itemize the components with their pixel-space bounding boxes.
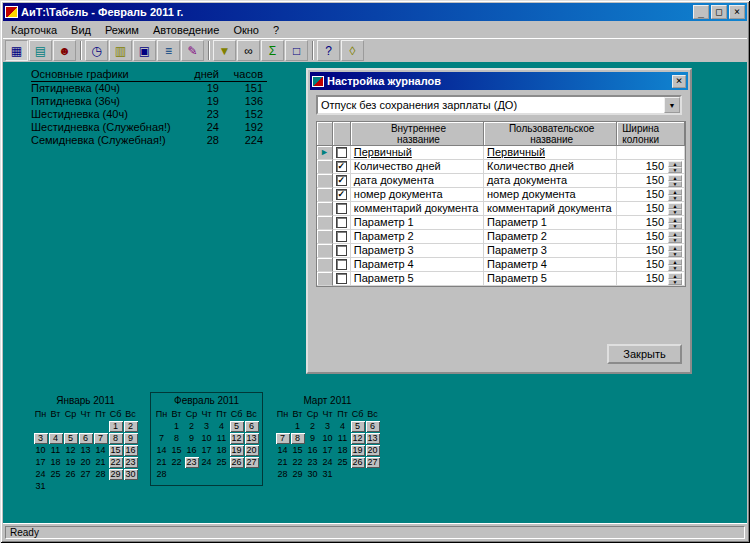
calendar-day[interactable]: 21 xyxy=(276,457,290,468)
calendar-day[interactable]: 28 xyxy=(276,469,290,480)
calendar-day[interactable]: 4 xyxy=(49,433,63,444)
calendar-day[interactable]: 19 xyxy=(351,445,365,456)
calendar-day[interactable]: 21 xyxy=(155,457,169,468)
calendar-day[interactable]: 2 xyxy=(124,421,138,432)
column-width-cell[interactable]: 150▲▼ xyxy=(617,258,685,272)
menu-item-rezhim[interactable]: Режим xyxy=(98,23,146,37)
search-binoculars-button[interactable]: ∞ xyxy=(237,40,260,61)
close-dialog-button[interactable]: Закрыть xyxy=(607,344,682,364)
calendar-day[interactable]: 20 xyxy=(79,457,93,468)
column-visible-checkbox[interactable] xyxy=(336,245,347,256)
column-visible-checkbox[interactable] xyxy=(336,259,347,270)
calendar-day[interactable]: 6 xyxy=(366,421,380,432)
calendar-day[interactable]: 25 xyxy=(215,457,229,468)
calendar-day[interactable]: 30 xyxy=(124,469,138,480)
column-visible-checkbox[interactable]: ✓ xyxy=(336,189,347,200)
calendar-day[interactable]: 19 xyxy=(64,457,78,468)
internal-name-cell[interactable]: Параметр 3 xyxy=(351,244,484,258)
internal-name-cell[interactable]: Параметр 2 xyxy=(351,230,484,244)
calendar-day[interactable]: 22 xyxy=(109,457,123,468)
employee-button[interactable]: ☻ xyxy=(53,40,76,61)
column-visible-checkbox[interactable]: ✓ xyxy=(336,161,347,172)
column-width-cell[interactable]: 150▲▼ xyxy=(617,160,685,174)
calendar-day[interactable]: 13 xyxy=(245,433,259,444)
spinner-down-button[interactable]: ▼ xyxy=(668,167,682,173)
calendar-day[interactable]: 11 xyxy=(215,433,229,444)
calendar-day[interactable]: 20 xyxy=(366,445,380,456)
calendar-day[interactable]: 20 xyxy=(245,445,259,456)
calendar-day[interactable]: 12 xyxy=(351,433,365,444)
column-visible-checkbox[interactable] xyxy=(336,231,347,242)
calendar-day[interactable]: 12 xyxy=(230,433,244,444)
calendar-day[interactable]: 25 xyxy=(336,457,350,468)
maximize-button[interactable]: □ xyxy=(711,5,727,19)
calendar-day[interactable]: 22 xyxy=(170,457,184,468)
monitor-button[interactable]: □ xyxy=(285,40,308,61)
column-visible-checkbox[interactable]: ✓ xyxy=(336,175,347,186)
calendar-day[interactable]: 7 xyxy=(94,433,108,444)
calendar-day[interactable]: 9 xyxy=(306,433,320,444)
minimize-button[interactable]: _ xyxy=(693,5,709,19)
schedule-row[interactable]: Семидневка (Служебная!)28224 xyxy=(31,134,267,147)
calendar-day[interactable]: 28 xyxy=(155,469,169,480)
calendar-day[interactable]: 6 xyxy=(245,421,259,432)
dialog-titlebar[interactable]: Настройка журналов × xyxy=(310,72,688,90)
spinner-down-button[interactable]: ▼ xyxy=(668,195,682,201)
calendar-day[interactable]: 11 xyxy=(49,445,63,456)
calendar-day[interactable]: 10 xyxy=(321,433,335,444)
calendar-day[interactable]: 13 xyxy=(366,433,380,444)
calendar-day[interactable]: 13 xyxy=(79,445,93,456)
column-width-cell[interactable]: 150▲▼ xyxy=(617,230,685,244)
calendar-day[interactable]: 10 xyxy=(200,433,214,444)
user-name-cell[interactable]: Параметр 3 xyxy=(484,244,617,258)
calendar-day[interactable]: 21 xyxy=(94,457,108,468)
journal-button[interactable]: ✎ xyxy=(181,40,204,61)
calendar-day[interactable]: 5 xyxy=(230,421,244,432)
calendar-day[interactable]: 31 xyxy=(34,481,48,492)
calendar-day[interactable]: 4 xyxy=(215,421,229,432)
calendar-day[interactable]: 15 xyxy=(291,445,305,456)
column-width-cell[interactable]: 150▲▼ xyxy=(617,174,685,188)
user-name-cell[interactable]: Параметр 4 xyxy=(484,258,617,272)
column-width-cell[interactable]: 150▲▼ xyxy=(617,244,685,258)
calendar-day[interactable]: 17 xyxy=(200,445,214,456)
user-name-cell[interactable]: Параметр 2 xyxy=(484,230,617,244)
internal-name-cell[interactable]: Первичный xyxy=(351,146,484,160)
calendar-day[interactable]: 28 xyxy=(94,469,108,480)
user-name-cell[interactable]: Первичный xyxy=(484,146,617,160)
column-visible-checkbox[interactable] xyxy=(336,147,347,158)
exit-button[interactable]: ◊ xyxy=(341,40,364,61)
schedule-row[interactable]: Шестидневка (Служебная!)24192 xyxy=(31,121,267,134)
internal-name-cell[interactable]: Параметр 1 xyxy=(351,216,484,230)
calendar-day[interactable]: 27 xyxy=(366,457,380,468)
calendar-day[interactable]: 23 xyxy=(124,457,138,468)
calendar-day[interactable]: 23 xyxy=(306,457,320,468)
column-visible-checkbox[interactable] xyxy=(336,203,347,214)
calendar-day[interactable]: 5 xyxy=(64,433,78,444)
column-visible-checkbox[interactable] xyxy=(336,217,347,228)
combobox-dropdown-icon[interactable]: ▼ xyxy=(664,97,680,113)
timesheet-grid-button[interactable]: ▦ xyxy=(5,40,28,61)
calendar-day[interactable]: 12 xyxy=(64,445,78,456)
calendar-day[interactable]: 8 xyxy=(109,433,123,444)
calendar-day[interactable]: 25 xyxy=(49,469,63,480)
user-name-cell[interactable]: номер документа xyxy=(484,188,617,202)
calendar-day[interactable]: 2 xyxy=(185,421,199,432)
calendar-day[interactable]: 18 xyxy=(49,457,63,468)
menu-item-help[interactable]: ? xyxy=(266,23,286,37)
internal-name-cell[interactable]: комментарий документа xyxy=(351,202,484,216)
calendar-day[interactable]: 16 xyxy=(124,445,138,456)
filter-button[interactable]: ▼ xyxy=(213,40,236,61)
calendar-day[interactable]: 22 xyxy=(291,457,305,468)
calendar-day[interactable]: 8 xyxy=(291,433,305,444)
column-width-cell[interactable]: 150▲▼ xyxy=(617,188,685,202)
spinner-down-button[interactable]: ▼ xyxy=(668,237,682,243)
internal-name-cell[interactable]: Параметр 5 xyxy=(351,272,484,286)
calendar-day[interactable]: 9 xyxy=(124,433,138,444)
column-width-cell[interactable]: 150▲▼ xyxy=(617,216,685,230)
calendar-day[interactable]: 19 xyxy=(230,445,244,456)
menu-item-okno[interactable]: Окно xyxy=(226,23,266,37)
calendar-day[interactable]: 17 xyxy=(321,445,335,456)
user-name-cell[interactable]: Параметр 5 xyxy=(484,272,617,286)
calendar-day[interactable]: 4 xyxy=(336,421,350,432)
